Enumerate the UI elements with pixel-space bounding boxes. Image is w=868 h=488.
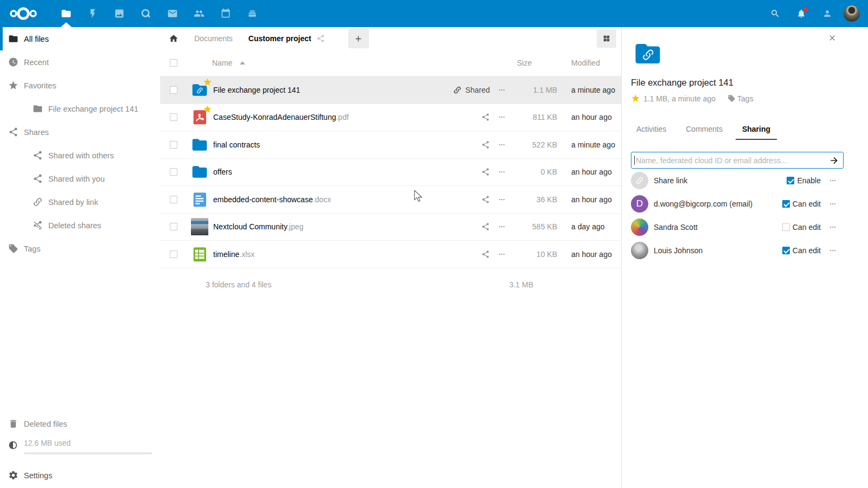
row-checkbox[interactable] (170, 141, 177, 149)
file-row[interactable]: embedded-content-showcase.docx36 KBan ho… (160, 186, 621, 214)
more-actions-button[interactable] (490, 86, 514, 94)
confirm-share-icon[interactable] (829, 155, 840, 166)
link-icon (33, 197, 43, 207)
tags-button[interactable]: Tags (727, 94, 754, 103)
share-button[interactable] (446, 113, 490, 121)
column-name-sort[interactable]: Name (212, 59, 245, 67)
notifications-bell-icon[interactable] (788, 0, 814, 27)
sidebar-item-all-files[interactable]: All files (0, 27, 160, 50)
share-button[interactable] (446, 195, 490, 204)
file-name-link[interactable]: CaseStudy-KonradAdenauerStiftung.pdf (213, 113, 446, 121)
file-row[interactable]: CaseStudy-KonradAdenauerStiftung.pdf811 … (160, 104, 621, 132)
app-icon-activity[interactable] (79, 0, 106, 27)
row-checkbox[interactable] (170, 223, 177, 230)
sidebar-item-settings[interactable]: Settings (0, 464, 160, 487)
share-permission-label[interactable]: Enable (797, 176, 821, 185)
sharee-search-input[interactable] (631, 152, 844, 169)
sidebar-item-deleted-files[interactable]: Deleted files (0, 412, 160, 435)
column-size-sort[interactable]: Size (515, 59, 557, 67)
share-button[interactable] (446, 250, 490, 259)
select-all-checkbox[interactable] (170, 59, 177, 67)
share-more-actions-button[interactable] (822, 176, 844, 185)
share-permission-label[interactable]: Can edit (793, 223, 821, 232)
share-permission-checkbox[interactable] (782, 223, 790, 231)
app-icon-contacts[interactable] (186, 0, 212, 27)
favorite-star-icon[interactable] (631, 94, 640, 103)
app-icon-gallery[interactable] (106, 0, 132, 27)
share-more-actions-button[interactable] (822, 246, 844, 255)
more-actions-button[interactable] (490, 222, 514, 231)
row-checkbox[interactable] (170, 251, 177, 258)
row-checkbox[interactable] (170, 113, 177, 121)
sidebar-item-file-exchange-project-141[interactable]: File exchange project 141 (0, 97, 160, 120)
clipboard-copy-icon[interactable] (834, 78, 844, 87)
favorite-star-icon (203, 78, 212, 87)
more-actions-button[interactable] (490, 168, 514, 176)
file-type-icon-folder (191, 136, 208, 153)
sidebar-item-shared-with-you[interactable]: Shared with you (0, 167, 160, 190)
file-name-link[interactable]: final contracts (213, 140, 446, 149)
file-name-link[interactable]: Nextcloud Community.jpeg (213, 222, 446, 231)
share-status-button[interactable]: Shared (446, 86, 490, 94)
share-more-actions-button[interactable] (822, 223, 844, 232)
row-checkbox[interactable] (170, 168, 177, 176)
file-name-link[interactable]: embedded-content-showcase.docx (213, 195, 446, 204)
share-button[interactable] (446, 168, 490, 176)
app-icon-mail[interactable] (159, 0, 186, 27)
three-dots-icon (828, 176, 837, 185)
contacts-menu-icon[interactable] (814, 0, 840, 27)
share-permission-checkbox[interactable] (787, 177, 794, 184)
share-permission-label[interactable]: Can edit (793, 246, 821, 255)
nextcloud-logo[interactable] (7, 5, 41, 22)
new-file-button[interactable] (348, 29, 369, 48)
file-row[interactable]: offers0 KBan hour ago (160, 159, 621, 187)
tab-sharing[interactable]: Sharing (742, 125, 770, 140)
quota-section: 12.6 MB used (0, 435, 160, 464)
share-search-wrap (631, 152, 844, 169)
file-name-link[interactable]: File exchange project 141 (213, 86, 446, 94)
sidebar-item-favorites[interactable]: Favorites (0, 74, 160, 97)
close-details-icon[interactable] (828, 34, 837, 42)
sidebar-item-shares[interactable]: Shares (0, 120, 160, 144)
sidebar-item-shared-by-link[interactable]: Shared by link (0, 190, 160, 214)
file-modified: a minute ago (557, 86, 621, 94)
breadcrumb-home-icon[interactable] (169, 34, 178, 43)
more-actions-button[interactable] (490, 113, 514, 121)
tab-comments[interactable]: Comments (686, 125, 723, 140)
share-entry: Share linkEnable (631, 169, 844, 192)
share-permission-label[interactable]: Can edit (793, 200, 821, 208)
column-modified-sort[interactable]: Modified (557, 59, 621, 67)
more-actions-button[interactable] (490, 250, 514, 259)
more-actions-button[interactable] (490, 195, 514, 204)
file-row[interactable]: Nextcloud Community.jpeg585 KBa day ago (160, 214, 621, 241)
breadcrumb-share-icon[interactable] (316, 34, 325, 43)
search-icon[interactable] (762, 0, 788, 27)
file-name-link[interactable]: timeline.xlsx (213, 250, 446, 259)
file-name-link[interactable]: offers (213, 168, 446, 176)
app-icon-deck[interactable] (239, 0, 265, 27)
file-row[interactable]: final contracts522 KBa minute ago (160, 131, 621, 159)
file-row[interactable]: File exchange project 141Shared1.1 MBa m… (160, 76, 621, 104)
file-rows: File exchange project 141Shared1.1 MBa m… (160, 76, 621, 268)
share-button[interactable] (446, 222, 490, 231)
more-actions-button[interactable] (490, 140, 514, 149)
sidebar-item-recent[interactable]: Recent (0, 50, 160, 74)
breadcrumb-item[interactable]: Documents (194, 34, 233, 43)
app-icon-talk[interactable] (132, 0, 159, 27)
sidebar-item-shared-with-others[interactable]: Shared with others (0, 144, 160, 167)
share-permission-checkbox[interactable] (782, 247, 790, 254)
user-avatar[interactable] (844, 5, 860, 22)
file-row[interactable]: timeline.xlsx10 KBan hour ago (160, 241, 621, 268)
sidebar-item-tags[interactable]: Tags (0, 237, 160, 260)
share-permission-checkbox[interactable] (782, 200, 790, 208)
breadcrumb-item-current[interactable]: Customer project (248, 34, 311, 43)
row-checkbox[interactable] (170, 86, 177, 94)
share-more-actions-button[interactable] (822, 200, 844, 208)
row-checkbox[interactable] (170, 196, 177, 203)
sidebar-item-deleted-shares[interactable]: Deleted shares (0, 214, 160, 237)
app-icon-calendar[interactable] (212, 0, 239, 27)
tab-activities[interactable]: Activities (636, 125, 666, 140)
share-button[interactable] (446, 140, 490, 149)
app-icon-files[interactable] (53, 0, 79, 27)
grid-view-toggle-button[interactable] (597, 29, 616, 48)
